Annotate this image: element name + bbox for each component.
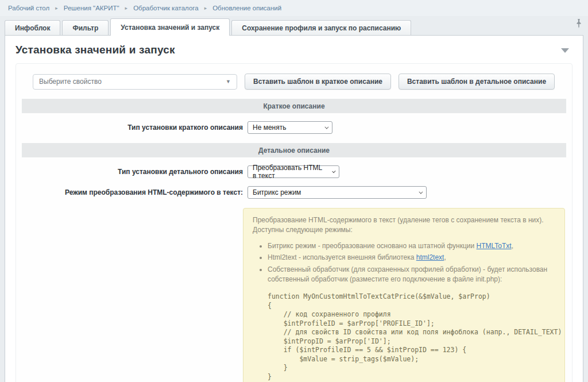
form-container: Выберите свойство ▼ Вставить шаблон в кр… [16, 63, 572, 382]
chevron-down-icon [419, 190, 423, 194]
dropdown-arrow-icon: ▼ [226, 79, 231, 84]
page-title: Установка значений и запуск [16, 44, 571, 56]
chevron-down-icon [332, 169, 335, 172]
short-type-select-value: Не менять [253, 124, 286, 132]
template-row: Выберите свойство ▼ Вставить шаблон в кр… [23, 74, 565, 90]
breadcrumb-separator-icon: ▸ [204, 5, 207, 11]
tab-infoblock[interactable]: Инфоблок [5, 20, 60, 35]
insert-template-detail-button[interactable]: Вставить шаблон в детальное описание [399, 74, 555, 90]
html2text-link[interactable]: html2text [416, 253, 444, 261]
note-item-html2text: Html2text - используется внешняя библиот… [268, 253, 555, 263]
content-panel: Установка значений и запуск Выберите сво… [5, 35, 583, 382]
note-item-custom-handler: Собственный обработчик (для сохраненных … [268, 265, 555, 285]
conversion-mode-select[interactable]: Битрикс режим [247, 186, 427, 199]
breadcrumb-link-solutions[interactable]: Решения "АКРИТ" [64, 5, 119, 11]
chevron-down-icon [324, 125, 328, 129]
detail-type-label: Тип установки детального описания [23, 168, 243, 176]
short-type-label: Тип установки краткого описания [23, 124, 243, 132]
conversion-note: Преобразование HTML-содержимого в текст … [243, 208, 565, 382]
code-sample: function MyOnCustomHtmlToTextCatPrice(&$… [268, 292, 555, 381]
note-intro: Преобразование HTML-содержимого в текст … [253, 215, 555, 236]
tab-filter[interactable]: Фильтр [62, 20, 109, 35]
section-header-detail-description: Детальное описание [22, 143, 566, 157]
breadcrumb-link-desktop[interactable]: Рабочий стол [8, 5, 49, 11]
property-select[interactable]: Выберите свойство ▼ [33, 74, 237, 90]
htmltotxt-link[interactable]: HTMLToTxt [477, 242, 512, 250]
detail-type-row: Тип установки детального описания Преобр… [23, 165, 565, 178]
detail-type-select[interactable]: Преобразовать HTML в текст [247, 165, 339, 178]
breadcrumb: Рабочий стол ▸ Решения "АКРИТ" ▸ Обработ… [0, 0, 588, 16]
conversion-mode-label: Режим преобразования HTML-содержимого в … [23, 188, 243, 196]
pin-icon[interactable] [574, 18, 583, 29]
note-mode-list: Битрикс режим - преобразование основано … [268, 241, 555, 285]
tab-bar: Инфоблок Фильтр Установка значений и зап… [0, 16, 588, 35]
breadcrumb-separator-icon: ▸ [125, 5, 128, 11]
conversion-mode-row: Режим преобразования HTML-содержимого в … [23, 186, 565, 199]
page-title-row: Установка значений и запуск [5, 36, 583, 63]
breadcrumb-link-catalog-processor[interactable]: Обработчик каталога [133, 5, 199, 11]
breadcrumb-link-update-descriptions[interactable]: Обновление описаний [212, 5, 281, 11]
note-item-bitrix-mode: Битрикс режим - преобразование основано … [268, 241, 555, 251]
detail-type-select-value: Преобразовать HTML в текст [253, 164, 326, 180]
collapse-chevron-icon[interactable] [561, 48, 569, 53]
insert-template-short-button[interactable]: Вставить шаблон в краткое описание [245, 74, 391, 90]
section-header-short-description: Краткое описание [22, 99, 566, 113]
breadcrumb-separator-icon: ▸ [55, 5, 58, 11]
tab-save-profile-schedule[interactable]: Сохранение профиля и запуск по расписани… [231, 20, 411, 35]
conversion-mode-select-value: Битрикс режим [253, 188, 301, 196]
short-type-row: Тип установки краткого описания Не менят… [23, 121, 565, 134]
tab-set-values-and-run[interactable]: Установка значений и запуск [110, 18, 230, 36]
property-select-value: Выберите свойство [39, 78, 102, 86]
short-type-select[interactable]: Не менять [247, 121, 332, 134]
